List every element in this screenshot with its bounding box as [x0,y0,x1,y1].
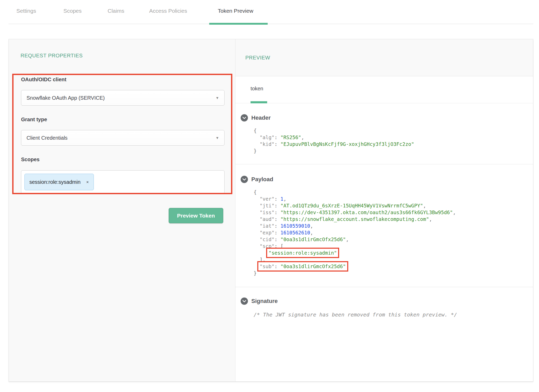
grant-type-label: Grant type [21,117,47,123]
jwt-header-json: { "alg": "RS256", "kid": "EJupuvPBlvBgNs… [254,127,533,154]
collapse-payload-button[interactable] [241,176,248,183]
jwt-header-title: Header [251,114,271,121]
remove-scope-icon[interactable]: × [86,180,89,184]
preview-token-button[interactable]: Preview Token [169,208,223,223]
preview-panel: PREVIEW token Header { "alg": "RS256", "… [235,39,533,381]
request-properties-title: REQUEST PROPERTIES [21,53,83,59]
chevron-down-icon [242,178,246,181]
token-preview-card: REQUEST PROPERTIES OAuth/OIDC client Sno… [9,39,533,382]
token-tab-underline [251,101,267,103]
preview-header-band: PREVIEW [235,39,533,76]
token-tab[interactable]: token [251,86,263,92]
token-tab-band: token [235,76,533,103]
annotation-box: "session:role:sysadmin" [268,250,337,256]
annotation-box: "sub": "0oa3s1dlirGmcOfx25d6" [260,263,346,269]
jwt-header-section: Header { "alg": "RS256", "kid": "EJupuvP… [235,103,533,164]
grant-type-selected-value: Client Credentials [27,135,68,141]
app-tab-bar: Settings Scopes Claims Access Policies T… [9,0,533,24]
oauth-client-selected-value: Snowflake OAuth App (SERVICE) [27,95,105,101]
jwt-payload-section: Payload { "ver": 1, "jti": "AT.od1QTz9du… [235,164,533,287]
tab-settings[interactable]: Settings [16,8,36,14]
chevron-down-icon [242,300,246,302]
oauth-client-label: OAuth/OIDC client [21,77,66,83]
preview-title: PREVIEW [245,55,270,61]
chevron-down-icon: ▼ [215,96,219,100]
chevron-down-icon: ▼ [215,136,219,140]
active-tab-underline [209,23,268,25]
chevron-down-icon [242,117,246,119]
jwt-payload-json: { "ver": 1, "jti": "AT.od1QTz9du_6sXrzE-… [254,189,533,276]
jwt-payload-title: Payload [251,176,273,183]
grant-type-select[interactable]: Client Credentials ▼ [21,130,225,146]
tab-access-policies[interactable]: Access Policies [149,8,187,14]
collapse-signature-button[interactable] [241,298,248,305]
tab-scopes[interactable]: Scopes [63,8,82,14]
jwt-signature-title: Signature [251,298,278,305]
oauth-client-select[interactable]: Snowflake OAuth App (SERVICE) ▼ [21,90,225,106]
scope-tag: session:role:sysadmin × [24,174,94,190]
tab-claims[interactable]: Claims [108,8,124,14]
jwt-signature-section: Signature /* The JWT signature has been … [235,287,533,382]
scopes-label: Scopes [21,157,40,163]
jwt-signature-comment: /* The JWT signature has been removed fr… [254,312,533,318]
tab-token-preview[interactable]: Token Preview [218,8,253,14]
scope-tag-label: session:role:sysadmin [29,179,81,185]
request-properties-panel: REQUEST PROPERTIES OAuth/OIDC client Sno… [9,39,235,381]
scopes-input[interactable]: session:role:sysadmin × [21,170,225,194]
collapse-header-button[interactable] [241,114,248,121]
